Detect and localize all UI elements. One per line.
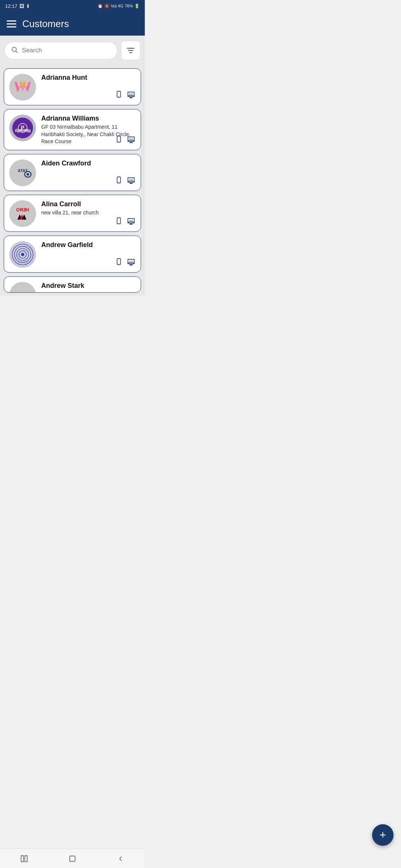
time-display: 12:17: [5, 3, 17, 9]
search-box[interactable]: [4, 42, 117, 59]
customer-card-andrew-garfield[interactable]: • • • • • • • • • • • • • • • • Andrew G…: [4, 236, 141, 273]
svg-line-1: [16, 51, 18, 53]
status-bar: 12:17 🖼 ⬇ ⏰ 🔕 Vo| 4G 76% 🔋: [0, 0, 145, 12]
svg-rect-25: [130, 142, 133, 143]
battery-icon: 🔋: [134, 4, 140, 9]
svg-point-57: [130, 221, 130, 222]
svg-point-16: [132, 95, 133, 96]
avatar-andrew-garfield: • • • • • • • • • • • • • • • •: [9, 241, 36, 268]
svg-point-14: [130, 95, 130, 96]
svg-rect-51: [117, 218, 120, 224]
svg-point-56: [132, 220, 133, 221]
mobile-icon[interactable]: [115, 258, 123, 268]
svg-point-41: [131, 179, 131, 180]
landline-icon[interactable]: [127, 176, 136, 186]
svg-rect-8: [117, 91, 120, 98]
search-icon: [11, 46, 18, 55]
svg-rect-10: [130, 97, 133, 98]
svg-point-11: [130, 93, 130, 94]
download-icon: ⬇: [26, 3, 30, 9]
card-content-aiden-crawford: Aiden Crawford: [41, 160, 136, 167]
svg-point-58: [131, 221, 131, 222]
svg-point-27: [131, 138, 131, 139]
svg-rect-39: [130, 183, 133, 184]
landline-icon[interactable]: [127, 91, 136, 101]
search-area: [0, 36, 145, 65]
customer-card-alina-carroll[interactable]: HERO Alina Carroll new villa 21, near ch…: [4, 195, 141, 232]
contact-icons-alina-carroll: [115, 217, 136, 227]
card-content-alina-carroll: Alina Carroll new villa 21, near church: [41, 200, 136, 217]
avatar-adrianna-williams: PhonePe PhonePe P: [9, 115, 36, 141]
svg-point-26: [130, 138, 130, 139]
search-input[interactable]: [22, 47, 111, 54]
card-content-adrianna-hunt: Adrianna Hunt: [41, 74, 136, 82]
contact-icons-andrew-garfield: [115, 258, 136, 268]
svg-rect-70: [130, 264, 133, 266]
svg-point-36: [26, 173, 29, 175]
svg-point-71: [130, 261, 130, 262]
app-header: Customers: [0, 12, 145, 36]
filter-button[interactable]: [121, 41, 140, 60]
svg-point-13: [132, 93, 133, 94]
mobile-icon[interactable]: [115, 135, 123, 145]
svg-point-76: [132, 262, 133, 263]
battery-display: 76%: [125, 4, 133, 8]
svg-text:HERO: HERO: [16, 207, 29, 213]
svg-rect-23: [117, 136, 120, 142]
landline-icon[interactable]: [127, 217, 136, 227]
svg-point-74: [130, 262, 130, 263]
svg-point-30: [131, 139, 131, 140]
svg-point-72: [131, 261, 131, 262]
landline-icon[interactable]: [127, 258, 136, 268]
customer-card-andrew-stark[interactable]: Andrew Stark: [4, 276, 141, 293]
alarm-icon: ⏰: [98, 4, 103, 9]
svg-point-54: [130, 220, 130, 221]
svg-point-55: [131, 220, 131, 221]
card-content-andrew-garfield: Andrew Garfield: [41, 241, 136, 249]
svg-point-77: [9, 282, 36, 293]
svg-point-44: [131, 180, 131, 181]
svg-text:• • • • • • • •: • • • • • • • •: [18, 261, 27, 263]
customer-name-adrianna-hunt: Adrianna Hunt: [41, 74, 136, 82]
svg-rect-37: [117, 177, 120, 183]
contact-icons-adrianna-hunt: [115, 91, 136, 101]
svg-rect-53: [130, 224, 133, 225]
customer-name-adrianna-williams: Adrianna Williams: [41, 115, 136, 122]
hamburger-menu-button[interactable]: [7, 20, 16, 27]
contact-icons-aiden-crawford: [115, 176, 136, 186]
svg-point-42: [132, 179, 133, 180]
card-content-andrew-stark: Andrew Stark: [41, 282, 136, 290]
svg-point-40: [130, 179, 130, 180]
mute-icon: 🔕: [104, 4, 110, 9]
status-right: ⏰ 🔕 Vo| 4G 76% 🔋: [98, 4, 140, 9]
svg-point-32: [9, 160, 36, 186]
svg-point-45: [132, 180, 133, 181]
photo-icon: 🖼: [19, 3, 24, 9]
customer-card-adrianna-hunt[interactable]: Adrianna Hunt: [4, 68, 141, 105]
customer-card-adrianna-williams[interactable]: PhonePe PhonePe P Adrianna Williams GF 0…: [4, 109, 141, 150]
svg-text:• • • • • • • •: • • • • • • • •: [18, 245, 27, 247]
avatar-aiden-crawford: TATA: [9, 160, 36, 186]
svg-rect-68: [117, 259, 120, 265]
svg-text:P: P: [21, 125, 24, 131]
mobile-icon[interactable]: [115, 217, 123, 227]
customer-address-alina-carroll: new villa 21, near church: [41, 209, 136, 217]
svg-point-46: [9, 200, 36, 227]
signal-icon: Vo| 4G: [111, 4, 123, 8]
status-time: 12:17 🖼 ⬇: [5, 3, 30, 9]
customer-name-aiden-crawford: Aiden Crawford: [41, 160, 136, 167]
svg-point-75: [131, 262, 131, 263]
svg-point-28: [132, 138, 133, 139]
avatar-adrianna-hunt: [9, 74, 36, 101]
svg-point-43: [130, 180, 130, 181]
customer-name-alina-carroll: Alina Carroll: [41, 200, 136, 208]
mobile-icon[interactable]: [115, 91, 123, 101]
avatar-andrew-stark: [9, 282, 36, 293]
mobile-icon[interactable]: [115, 176, 123, 186]
customer-name-andrew-garfield: Andrew Garfield: [41, 241, 136, 249]
svg-point-15: [131, 95, 131, 96]
customer-list: Adrianna Hunt: [0, 65, 145, 296]
customer-card-aiden-crawford[interactable]: TATA Aiden Crawford: [4, 154, 141, 191]
svg-point-12: [131, 93, 131, 94]
landline-icon[interactable]: [127, 135, 136, 145]
